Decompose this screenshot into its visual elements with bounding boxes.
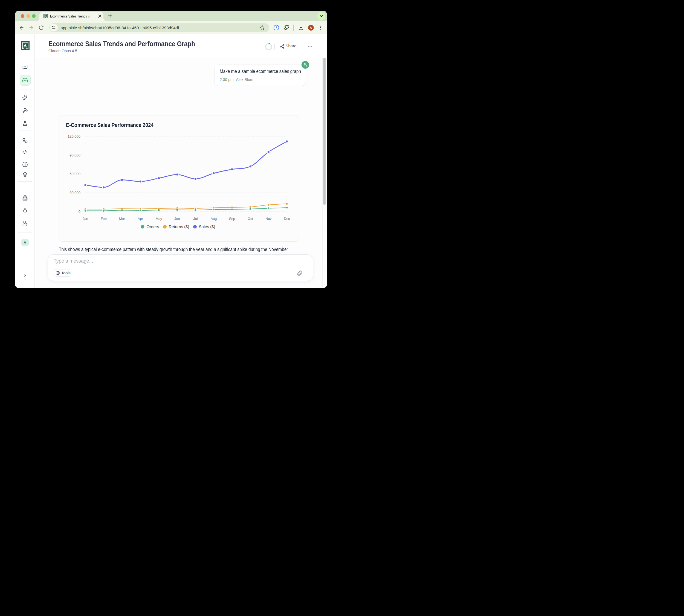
svg-text:Sep: Sep [229, 217, 235, 221]
svg-text:Jul: Jul [193, 217, 197, 221]
svg-text:Feb: Feb [101, 217, 107, 221]
svg-text:Dec: Dec [284, 217, 290, 221]
svg-text:Orders: Orders [146, 224, 159, 229]
svg-text:Jun: Jun [174, 217, 180, 221]
svg-text:Mar: Mar [119, 217, 125, 221]
svg-text:Oct: Oct [248, 217, 253, 221]
svg-text:Returns ($): Returns ($) [169, 224, 189, 229]
svg-text:60,000: 60,000 [69, 172, 81, 176]
svg-text:90,000: 90,000 [69, 153, 81, 157]
svg-text:Sales ($): Sales ($) [199, 224, 215, 229]
svg-text:Nov: Nov [265, 217, 272, 221]
svg-text:120,000: 120,000 [68, 134, 81, 138]
svg-text:30,000: 30,000 [69, 191, 81, 195]
svg-text:0: 0 [78, 210, 80, 214]
svg-text:May: May [155, 217, 162, 221]
svg-text:Jan: Jan [82, 217, 88, 221]
svg-text:Apr: Apr [137, 217, 143, 221]
svg-text:Aug: Aug [210, 217, 216, 221]
